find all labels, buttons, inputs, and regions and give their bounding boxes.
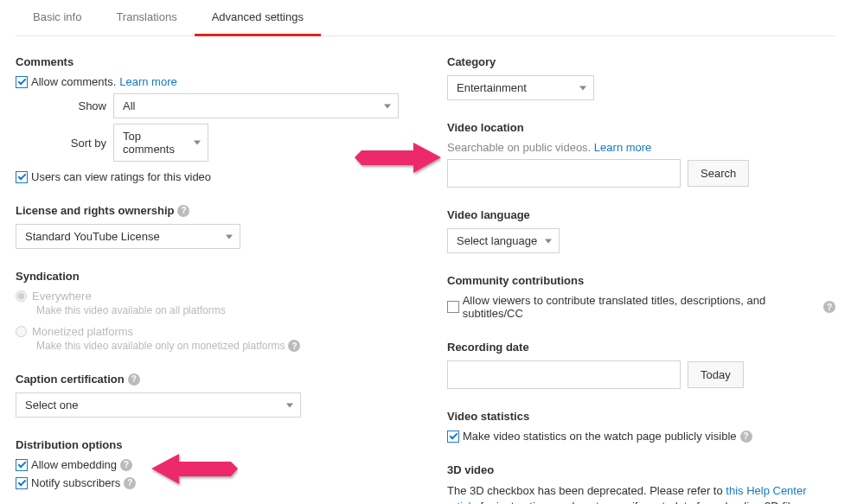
license-select[interactable]: Standard YouTube License <box>16 224 240 249</box>
everywhere-label: Everywhere <box>32 290 92 303</box>
allow-comments-checkbox[interactable] <box>16 76 28 88</box>
monetized-radio <box>16 326 27 337</box>
allow-comments-label: Allow comments. <box>31 75 116 88</box>
show-label: Show <box>54 99 106 112</box>
help-icon[interactable]: ? <box>177 205 189 217</box>
monetized-sub: Make this video available only on moneti… <box>36 340 285 352</box>
search-button[interactable]: Search <box>688 160 749 187</box>
tab-advanced-settings[interactable]: Advanced settings <box>195 0 321 36</box>
comments-section: Comments Allow comments. Learn more Show… <box>16 55 404 183</box>
sort-select[interactable]: Top comments <box>113 124 208 162</box>
license-title: License and rights ownership <box>16 204 174 217</box>
location-sub: Searchable on public videos. <box>447 141 591 154</box>
help-icon[interactable]: ? <box>120 459 132 471</box>
recording-date-section: Recording date Today <box>447 341 835 389</box>
syndication-section: Syndication Everywhere Make this video a… <box>16 270 404 352</box>
3d-text-pre: The 3D checkbox has been deprecated. Ple… <box>447 484 726 497</box>
tab-basic-info[interactable]: Basic info <box>16 0 99 35</box>
3d-video-title: 3D video <box>447 463 835 476</box>
notify-subscribers-checkbox[interactable] <box>16 477 28 489</box>
tabs-bar: Basic info Translations Advanced setting… <box>16 0 835 36</box>
caption-select[interactable]: Select one <box>16 392 301 418</box>
sort-label: Sort by <box>54 137 106 150</box>
recording-date-input[interactable] <box>447 360 681 389</box>
category-section: Category Entertainment <box>447 55 835 100</box>
community-label: Allow viewers to contribute translated t… <box>463 294 821 320</box>
community-section: Community contributions Allow viewers to… <box>447 274 835 320</box>
everywhere-radio <box>16 290 27 302</box>
community-title: Community contributions <box>447 274 835 287</box>
statistics-label: Make video statistics on the watch page … <box>463 430 737 443</box>
caption-title: Caption certification <box>16 373 125 386</box>
help-icon[interactable]: ? <box>124 477 136 489</box>
allow-embedding-label: Allow embedding <box>31 458 117 471</box>
caption-section: Caption certification ? Select one <box>16 373 404 418</box>
category-select[interactable]: Entertainment <box>447 75 594 100</box>
community-checkbox[interactable] <box>447 301 459 313</box>
location-learn-more-link[interactable]: Learn more <box>594 141 651 154</box>
ratings-label: Users can view ratings for this video <box>31 170 211 183</box>
video-location-title: Video location <box>447 121 835 134</box>
allow-embedding-checkbox[interactable] <box>16 459 28 471</box>
help-icon[interactable]: ? <box>740 431 752 443</box>
help-icon[interactable]: ? <box>288 340 300 352</box>
language-select[interactable]: Select language <box>447 228 560 253</box>
video-language-section: Video language Select language <box>447 208 835 253</box>
license-section: License and rights ownership ? Standard … <box>16 204 404 249</box>
help-icon[interactable]: ? <box>128 373 140 386</box>
comments-title: Comments <box>16 55 404 68</box>
category-title: Category <box>447 55 835 68</box>
everywhere-sub: Make this video available on all platfor… <box>36 304 404 316</box>
ratings-checkbox[interactable] <box>16 171 28 183</box>
video-statistics-title: Video statistics <box>447 410 835 423</box>
video-location-section: Video location Searchable on public vide… <box>447 121 835 188</box>
tab-translations[interactable]: Translations <box>99 0 194 35</box>
monetized-label: Monetized platforms <box>32 325 133 338</box>
notify-subscribers-label: Notify subscribers <box>31 476 120 489</box>
3d-text-post: for instructions on how to specify metad… <box>477 500 805 504</box>
video-statistics-section: Video statistics Make video statistics o… <box>447 410 835 443</box>
today-button[interactable]: Today <box>688 361 744 388</box>
distribution-section: Distribution options Allow embedding ? N… <box>16 438 404 489</box>
help-icon[interactable]: ? <box>823 301 835 313</box>
comments-learn-more-link[interactable]: Learn more <box>119 75 176 88</box>
statistics-checkbox[interactable] <box>447 431 459 443</box>
recording-date-title: Recording date <box>447 341 835 354</box>
syndication-title: Syndication <box>16 270 404 283</box>
3d-video-section: 3D video The 3D checkbox has been deprec… <box>447 463 835 504</box>
distribution-title: Distribution options <box>16 438 404 451</box>
video-language-title: Video language <box>447 208 835 221</box>
show-select[interactable]: All <box>113 93 399 118</box>
video-location-input[interactable] <box>447 159 681 188</box>
